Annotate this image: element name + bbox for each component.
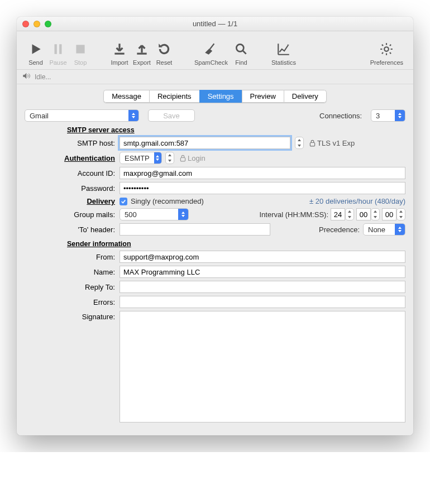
replyto-label: Reply To: xyxy=(25,283,120,291)
chevron-updown-icon xyxy=(178,209,188,220)
chevron-updown-icon xyxy=(395,110,405,121)
chevron-updown-icon xyxy=(128,110,138,121)
singly-label: Singly (recommended) xyxy=(131,197,204,205)
close-window-button[interactable] xyxy=(22,21,29,27)
statistics-button[interactable]: Statistics xyxy=(269,35,298,66)
stop-button[interactable]: Stop xyxy=(69,35,92,66)
status-text: Idle... xyxy=(35,73,51,81)
errors-label: Errors: xyxy=(25,298,120,306)
traffic-lights xyxy=(22,21,51,27)
section-auth: Authentication xyxy=(25,154,120,162)
tab-recipients[interactable]: Recipients xyxy=(149,90,199,103)
interval-ss[interactable] xyxy=(382,208,396,220)
password-label: Password: xyxy=(25,184,120,193)
account-select[interactable]: Gmail xyxy=(25,109,139,122)
group-mails-select[interactable]: 500 xyxy=(120,208,189,220)
import-button[interactable]: Import xyxy=(108,35,131,66)
delivery-rate: ± 20 deliveries/hour (480/day) xyxy=(309,197,405,205)
import-icon xyxy=(112,41,127,57)
name-field[interactable] xyxy=(120,266,405,278)
settings-panel: Gmail Save Connections: 3 SMTP server ac… xyxy=(17,106,413,435)
smtp-host-label: SMTP host: xyxy=(25,139,120,147)
connections-label: Connections: xyxy=(319,112,362,120)
tab-preview[interactable]: Preview xyxy=(242,90,284,103)
speaker-icon[interactable] xyxy=(22,72,31,81)
find-button[interactable]: Find xyxy=(230,35,252,66)
interval-label: Interval (HH:MM:SS): xyxy=(259,210,328,219)
errors-field[interactable] xyxy=(120,296,405,308)
login-button[interactable]: Login xyxy=(188,154,206,162)
tab-settings[interactable]: Settings xyxy=(199,90,242,103)
chart-icon xyxy=(276,41,292,57)
account-id-field[interactable] xyxy=(120,167,405,179)
save-button[interactable]: Save xyxy=(148,109,195,122)
to-header-label: 'To' header: xyxy=(25,225,120,234)
mm-stepper[interactable] xyxy=(371,208,380,220)
from-label: From: xyxy=(25,253,120,261)
pause-icon xyxy=(50,41,66,57)
precedence-select[interactable]: None xyxy=(363,223,405,236)
broom-icon xyxy=(203,41,219,57)
window-title: untitled — 1/1 xyxy=(17,20,413,28)
reset-icon xyxy=(156,41,172,57)
gear-icon xyxy=(379,41,394,57)
svg-point-4 xyxy=(385,47,389,51)
svg-rect-2 xyxy=(137,53,146,55)
section-delivery: Delivery xyxy=(25,197,120,205)
tab-delivery[interactable]: Delivery xyxy=(284,90,327,103)
preferences-button[interactable]: Preferences xyxy=(368,35,405,66)
export-button[interactable]: Export xyxy=(131,35,153,66)
to-header-field[interactable] xyxy=(120,223,270,236)
send-button[interactable]: Send xyxy=(25,35,47,66)
section-smtp: SMTP server access xyxy=(25,126,405,134)
account-id-label: Account ID: xyxy=(25,169,120,177)
zoom-window-button[interactable] xyxy=(45,21,51,27)
chevron-updown-icon xyxy=(395,224,405,235)
hh-stepper[interactable] xyxy=(345,208,354,220)
titlebar: untitled — 1/1 xyxy=(17,17,413,31)
minimize-window-button[interactable] xyxy=(34,21,40,27)
auth-stepper[interactable] xyxy=(165,152,174,164)
precedence-label: Precedence: xyxy=(319,225,360,234)
interval-mm[interactable] xyxy=(356,208,371,220)
status-bar: Idle... xyxy=(17,70,413,84)
name-label: Name: xyxy=(25,268,120,276)
svg-rect-5 xyxy=(310,142,314,146)
toolbar: Send Pause Stop Import Export Reset Spam… xyxy=(17,31,413,70)
interval-hh[interactable] xyxy=(331,208,345,220)
password-field[interactable] xyxy=(120,182,405,194)
replyto-field[interactable] xyxy=(120,281,405,293)
svg-rect-0 xyxy=(76,45,84,53)
svg-rect-6 xyxy=(180,157,185,161)
signature-label: Signature: xyxy=(25,311,120,321)
ss-stepper[interactable] xyxy=(396,208,405,220)
smtp-host-field[interactable] xyxy=(120,137,290,149)
spamcheck-button[interactable]: SpamCheck xyxy=(192,35,230,66)
signature-field[interactable] xyxy=(120,311,405,423)
auth-mode-select[interactable]: ESMTP xyxy=(120,152,162,164)
tab-row: Message Recipients Settings Preview Deli… xyxy=(17,84,413,106)
stop-icon xyxy=(73,41,88,57)
app-window: untitled — 1/1 Send Pause Stop Import Ex… xyxy=(17,17,413,435)
pause-button[interactable]: Pause xyxy=(47,35,69,66)
group-mails-label: Group mails: xyxy=(25,210,120,219)
singly-checkbox[interactable] xyxy=(120,198,127,205)
chevron-updown-icon xyxy=(154,152,161,164)
svg-point-3 xyxy=(236,44,243,51)
play-icon xyxy=(28,41,44,57)
lock-icon xyxy=(309,140,316,146)
export-icon xyxy=(134,41,150,57)
tab-message[interactable]: Message xyxy=(103,90,149,103)
reset-button[interactable]: Reset xyxy=(153,35,175,66)
section-sender: Sender information xyxy=(25,240,405,248)
lock-icon xyxy=(180,155,186,161)
smtp-port-stepper[interactable] xyxy=(295,137,304,149)
tls-label: TLS v1 Exp xyxy=(317,139,355,147)
search-icon xyxy=(233,41,249,57)
connections-select[interactable]: 3 xyxy=(371,109,405,122)
svg-rect-1 xyxy=(114,53,124,55)
from-field[interactable] xyxy=(120,251,405,263)
